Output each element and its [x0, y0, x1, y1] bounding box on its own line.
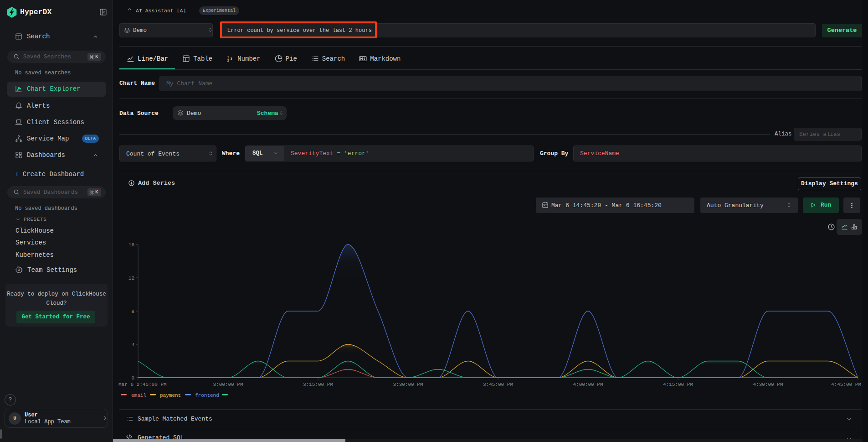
svg-text:3:30:00 PM: 3:30:00 PM	[393, 382, 423, 387]
svg-text:3:15:00 PM: 3:15:00 PM	[303, 382, 333, 387]
svg-text:12: 12	[128, 276, 134, 281]
svg-text:2: 2	[227, 59, 229, 62]
svg-text:4:45:00 PM: 4:45:00 PM	[831, 382, 861, 387]
svg-text:4: 4	[131, 342, 134, 348]
svg-text:3:00:00 PM: 3:00:00 PM	[213, 382, 243, 387]
svg-text:email: email	[131, 393, 146, 398]
svg-text:4:00:00 PM: 4:00:00 PM	[573, 382, 603, 387]
svg-text:3: 3	[231, 57, 232, 61]
svg-text:3:45:00 PM: 3:45:00 PM	[483, 382, 513, 387]
svg-text:4:30:00 PM: 4:30:00 PM	[753, 382, 783, 387]
svg-text:0: 0	[131, 375, 134, 381]
svg-text:payment: payment	[160, 393, 181, 398]
svg-text:4:15:00 PM: 4:15:00 PM	[663, 382, 693, 387]
svg-text:8: 8	[131, 309, 134, 314]
svg-text:frontend: frontend	[195, 393, 219, 398]
svg-text:Mar 6 2:45:00 PM: Mar 6 2:45:00 PM	[118, 382, 167, 387]
svg-text:16: 16	[128, 242, 134, 248]
